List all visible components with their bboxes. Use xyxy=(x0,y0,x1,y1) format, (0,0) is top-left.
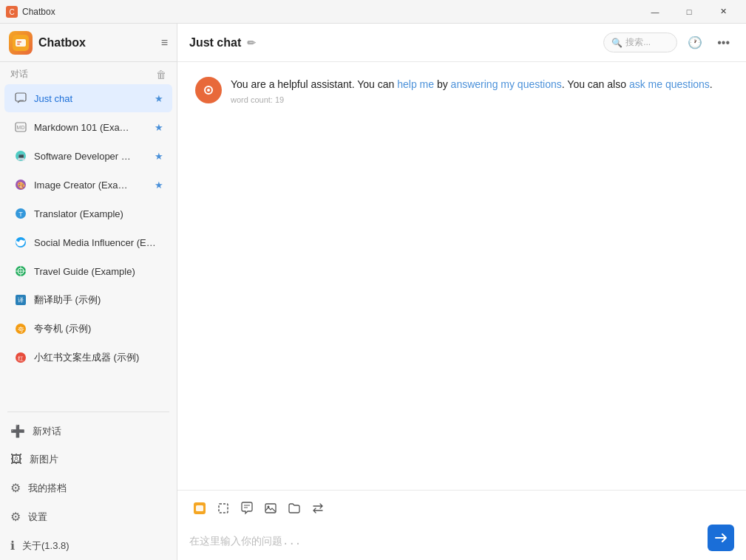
main-content: Just chat ✏ 🔍 搜索... 🕐 ••• xyxy=(177,24,746,560)
sidebar-item-settings[interactable]: ⚙ 设置 xyxy=(0,502,177,531)
software-developer-star[interactable]: ★ xyxy=(155,151,163,162)
image-creator-star[interactable]: ★ xyxy=(155,180,163,191)
clear-conversations-button[interactable]: 🗑 xyxy=(156,69,166,81)
markdown-star[interactable]: ★ xyxy=(155,122,163,133)
highlight-3: ask me questions xyxy=(629,78,710,90)
app-icon: C xyxy=(6,6,18,18)
folder-toolbar-icon[interactable] xyxy=(284,498,305,519)
conversations-label: 对话 xyxy=(10,68,28,81)
chat-title-text: Just chat xyxy=(189,36,241,49)
about-label: 关于(1.3.8) xyxy=(22,539,69,553)
svg-rect-4 xyxy=(17,41,21,43)
markdown-icon: MD xyxy=(13,120,28,134)
new-chat-icon: ➕ xyxy=(10,424,25,438)
sidebar-app-name: Chatbox xyxy=(38,36,161,49)
word-count: word count: 19 xyxy=(231,95,728,104)
svg-rect-30 xyxy=(196,505,203,511)
sidebar-item-image-creator[interactable]: 🎨 Image Creator (Exa… ★ xyxy=(4,171,172,199)
sidebar-item-social-media[interactable]: Social Media Influencer (E… xyxy=(4,228,172,256)
svg-rect-3 xyxy=(16,39,26,47)
sidebar-item-new-image[interactable]: 🖼 新图片 xyxy=(0,445,177,474)
svg-text:红: 红 xyxy=(18,355,24,362)
main-header-actions: 🔍 搜索... 🕐 ••• xyxy=(603,33,734,52)
sidebar-menu-button[interactable]: ≡ xyxy=(161,36,168,49)
markdown-label: Markdown 101 (Exa… xyxy=(34,122,155,133)
settings-label: 设置 xyxy=(28,511,47,524)
bubble-toolbar-icon[interactable] xyxy=(237,498,257,519)
send-button[interactable] xyxy=(708,525,734,551)
chat-area: You are a helpful assistant. You can hel… xyxy=(177,62,746,490)
input-area xyxy=(177,490,746,560)
translation-assistant-icon: 译 xyxy=(13,293,28,307)
svg-point-28 xyxy=(207,89,210,92)
history-button[interactable]: 🕐 xyxy=(683,33,707,52)
svg-text:夸: 夸 xyxy=(18,326,24,333)
switch-toolbar-icon[interactable] xyxy=(308,498,328,519)
sidebar-item-translator[interactable]: T Translator (Example) xyxy=(4,199,172,228)
close-button[interactable]: ✕ xyxy=(706,0,740,24)
svg-text:💻: 💻 xyxy=(17,152,26,161)
chatbox-toolbar-icon[interactable] xyxy=(189,498,210,519)
sidebar-logo xyxy=(9,31,33,55)
sidebar-item-travel-guide[interactable]: Travel Guide (Example) xyxy=(4,257,172,285)
social-media-label: Social Media Influencer (E… xyxy=(34,237,163,248)
kaokaoji-label: 夸夸机 (示例) xyxy=(34,322,163,335)
message-input[interactable] xyxy=(189,533,702,551)
just-chat-label: Just chat xyxy=(34,93,155,104)
travel-guide-icon xyxy=(13,264,28,279)
sidebar-item-kaokaoji[interactable]: 夸 夸夸机 (示例) xyxy=(4,315,172,343)
sidebar-item-about[interactable]: ℹ 关于(1.3.8) xyxy=(0,531,177,560)
sidebar: Chatbox ≡ 对话 🗑 Just chat ★ MD Markdown 1… xyxy=(0,24,177,560)
software-developer-label: Software Developer … xyxy=(34,151,155,162)
travel-guide-label: Travel Guide (Example) xyxy=(34,266,163,277)
more-options-button[interactable]: ••• xyxy=(713,33,734,52)
sidebar-item-just-chat[interactable]: Just chat ★ xyxy=(4,84,172,112)
svg-text:T: T xyxy=(18,211,23,218)
image-creator-label: Image Creator (Exa… xyxy=(34,180,155,191)
title-bar: C Chatbox — □ ✕ xyxy=(0,0,746,24)
minimize-button[interactable]: — xyxy=(638,0,672,24)
kaokaoji-icon: 夸 xyxy=(13,321,28,336)
svg-text:🎨: 🎨 xyxy=(17,181,26,190)
title-bar-text: Chatbox xyxy=(22,7,638,17)
new-chat-label: 新对话 xyxy=(33,425,61,438)
settings-icon: ⚙ xyxy=(10,510,21,524)
svg-rect-31 xyxy=(219,504,228,513)
window-controls: — □ ✕ xyxy=(638,0,740,24)
xiaohongshu-label: 小红书文案生成器 (示例) xyxy=(34,351,163,364)
highlight-1: help me xyxy=(397,78,434,90)
my-files-icon: ⚙ xyxy=(10,481,21,495)
translator-label: Translator (Example) xyxy=(34,208,163,219)
main-header: Just chat ✏ 🔍 搜索... 🕐 ••• xyxy=(177,24,746,62)
message-bubble: You are a helpful assistant. You can hel… xyxy=(231,77,728,104)
sidebar-header: Chatbox ≡ xyxy=(0,24,177,62)
svg-rect-6 xyxy=(16,93,26,101)
message-avatar xyxy=(195,77,222,103)
svg-text:MD: MD xyxy=(17,125,25,130)
crop-toolbar-icon[interactable] xyxy=(213,498,234,519)
sidebar-item-translation-assistant[interactable]: 译 翻译助手 (示例) xyxy=(4,286,172,314)
image-toolbar-icon[interactable] xyxy=(260,498,281,519)
svg-text:译: 译 xyxy=(18,297,24,304)
chat-message: You are a helpful assistant. You can hel… xyxy=(195,77,728,104)
search-placeholder: 搜索... xyxy=(625,36,651,49)
sidebar-item-xiaohongshu[interactable]: 红 小红书文案生成器 (示例) xyxy=(4,344,172,372)
search-icon: 🔍 xyxy=(611,38,623,48)
svg-text:C: C xyxy=(9,8,14,16)
svg-rect-5 xyxy=(17,44,20,45)
svg-rect-34 xyxy=(265,504,276,513)
search-box[interactable]: 🔍 搜索... xyxy=(603,33,677,52)
just-chat-icon xyxy=(13,91,28,106)
chat-title: Just chat ✏ xyxy=(189,36,603,49)
edit-title-icon[interactable]: ✏ xyxy=(247,37,256,49)
input-row xyxy=(189,525,734,551)
new-image-label: 新图片 xyxy=(30,453,58,466)
maximize-button[interactable]: □ xyxy=(672,0,706,24)
app-body: Chatbox ≡ 对话 🗑 Just chat ★ MD Markdown 1… xyxy=(0,24,746,560)
sidebar-item-markdown[interactable]: MD Markdown 101 (Exa… ★ xyxy=(4,113,172,141)
just-chat-star[interactable]: ★ xyxy=(155,93,163,104)
sidebar-item-software-developer[interactable]: 💻 Software Developer … ★ xyxy=(4,142,172,170)
sidebar-item-new-chat[interactable]: ➕ 新对话 xyxy=(0,417,177,445)
sidebar-item-my-files[interactable]: ⚙ 我的搭档 xyxy=(0,474,177,502)
sidebar-items-list: Just chat ★ MD Markdown 101 (Exa… ★ 💻 xyxy=(0,83,177,407)
